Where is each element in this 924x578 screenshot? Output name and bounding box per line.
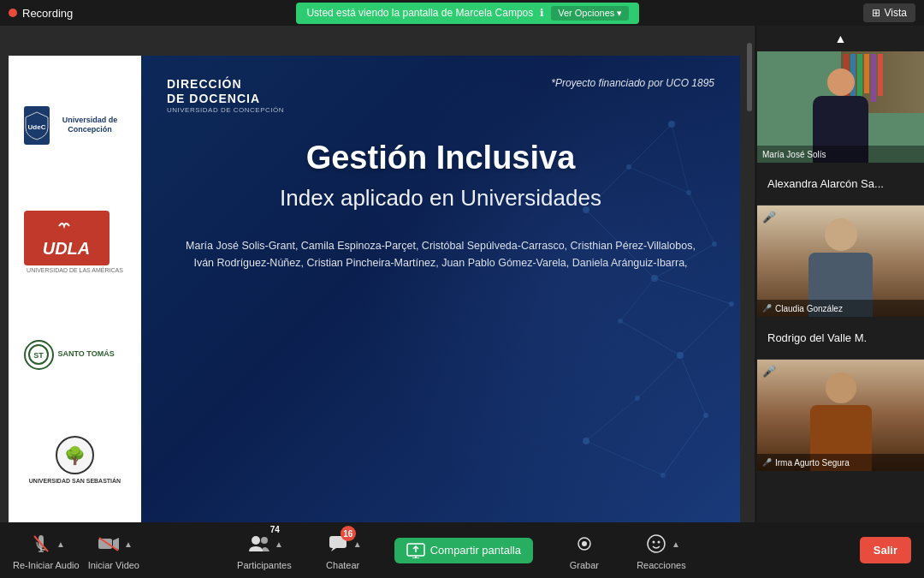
- top-bar: Recording Usted está viendo la pantalla …: [0, 0, 924, 26]
- record-icon: [571, 530, 598, 557]
- chat-chevron[interactable]: ▲: [353, 539, 362, 549]
- vista-button[interactable]: ⊞ Vista: [863, 3, 915, 22]
- svg-line-18: [672, 124, 689, 193]
- chat-label: Chatear: [326, 560, 359, 570]
- svg-line-31: [663, 415, 706, 475]
- reactions-label: Reacciones: [637, 560, 685, 570]
- svg-point-48: [582, 541, 587, 546]
- chat-control[interactable]: 16 ▲ Chatear: [317, 530, 369, 570]
- logos-panel: UdeC Universidad de Concepción UDLA UNIV…: [9, 56, 141, 535]
- chat-icon: 16: [324, 530, 352, 557]
- participants-chevron[interactable]: ▲: [275, 539, 283, 549]
- irma-mute-badge: 🎤: [762, 458, 772, 467]
- video-control[interactable]: ▲ Iniciar Video: [88, 530, 139, 570]
- svg-line-20: [629, 167, 689, 193]
- svg-line-28: [637, 355, 680, 398]
- svg-marker-42: [331, 548, 336, 551]
- chat-badge: 16: [341, 526, 356, 541]
- participants-icon: 74: [246, 530, 273, 557]
- svg-line-19: [586, 167, 629, 210]
- udla-logo: UDLA UNIVERSIDAD DE LAS AMÉRICAS: [24, 211, 127, 273]
- participants-label: Participantes: [237, 560, 292, 570]
- svg-line-22: [689, 193, 714, 244]
- info-icon: ℹ: [540, 7, 544, 19]
- svg-line-21: [586, 210, 654, 278]
- direction-line2: DE DOCENCIA: [167, 92, 284, 106]
- irma-mute-icon: 🎤: [762, 365, 776, 378]
- svg-line-30: [586, 398, 637, 441]
- claudia-mute-badge: 🎤: [762, 304, 772, 313]
- svg-line-25: [654, 278, 732, 304]
- audio-control[interactable]: ▲ Re-Iniciar Audio: [13, 530, 80, 570]
- options-button[interactable]: Ver Opciones ▾: [551, 6, 629, 21]
- video-icon: [95, 530, 122, 557]
- participant-alexandra: Alexandra Alarcón Sa...: [757, 163, 924, 206]
- irma-name-badge: Irma Agurto Segura: [775, 458, 850, 468]
- udla-name: UDLA: [24, 211, 110, 265]
- claudia-name-badge: Claudia González: [775, 304, 843, 313]
- participant-claudia-video: 🎤 🎤 Claudia González: [757, 206, 924, 317]
- san-sebastian-logo: 🌳 UNIVERSIDAD SAN SEBASTIÁN: [24, 436, 127, 485]
- svg-text:ST: ST: [33, 351, 44, 360]
- slide-content: DIRECCIÓN DE DOCENCIA UNIVERSIDAD DE CON…: [141, 56, 740, 535]
- svg-line-24: [620, 278, 654, 321]
- record-label: Grabar: [570, 560, 599, 570]
- scrollbar[interactable]: [744, 26, 755, 548]
- network-decoration: [415, 56, 740, 535]
- bottom-toolbar: ▲ Re-Iniciar Audio ▲ Iniciar Video: [0, 522, 924, 578]
- santo-tomas-text: SANTO TOMÁS: [58, 349, 115, 360]
- participant-maria: María José Solís: [757, 51, 924, 163]
- direction-logo: DIRECCIÓN DE DOCENCIA UNIVERSIDAD DE CON…: [167, 77, 284, 114]
- svg-line-23: [654, 244, 714, 278]
- rodrigo-name-row: Rodrigo del Valle M.: [757, 317, 924, 360]
- video-chevron-icon[interactable]: ▲: [124, 539, 133, 549]
- svg-point-51: [657, 541, 660, 544]
- recording-indicator: Recording: [9, 7, 73, 20]
- share-screen-button[interactable]: Compartir pantalla: [394, 538, 533, 563]
- leave-button[interactable]: Salir: [860, 537, 911, 563]
- screen-share-text: Usted está viendo la pantalla de Marcela…: [306, 7, 533, 19]
- reactions-chevron[interactable]: ▲: [672, 539, 680, 549]
- reactions-icon: [643, 530, 670, 557]
- reactions-control[interactable]: ▲ Reacciones: [636, 530, 687, 570]
- video-label: Iniciar Video: [88, 560, 139, 570]
- direction-line3: UNIVERSIDAD DE CONCEPCIÓN: [167, 106, 284, 114]
- audio-icon: [27, 530, 55, 557]
- svg-line-32: [586, 441, 663, 475]
- tree-icon: 🌳: [64, 445, 86, 466]
- participants-count: 74: [270, 525, 280, 534]
- svg-line-17: [629, 124, 672, 167]
- recording-label: Recording: [22, 7, 73, 20]
- san-sebastian-circle: 🌳: [56, 436, 94, 474]
- right-panel: ▲ María José Solís: [757, 26, 924, 548]
- participant-irma-video: 🎤 🎤 Irma Agurto Segura: [757, 360, 924, 471]
- grid-icon: ⊞: [872, 7, 880, 19]
- audio-label: Re-Iniciar Audio: [13, 560, 80, 570]
- screen-share-banner: Usted está viendo la pantalla de Marcela…: [296, 3, 639, 24]
- direction-line1: DIRECCIÓN: [167, 77, 284, 92]
- alexandra-name: Alexandra Alarcón Sa...: [767, 177, 884, 190]
- record-control[interactable]: Grabar: [559, 530, 610, 570]
- svg-point-40: [261, 537, 268, 544]
- slide-area: UdeC Universidad de Concepción UDLA UNIV…: [9, 56, 740, 535]
- participant-rodrigo: Rodrigo del Valle M.: [757, 317, 924, 360]
- svg-rect-36: [98, 539, 112, 549]
- scrollbar-thumb[interactable]: [747, 43, 752, 111]
- svg-line-27: [620, 321, 680, 355]
- participants-control[interactable]: 74 ▲ Participantes: [237, 530, 292, 570]
- scroll-up-button[interactable]: ▲: [757, 26, 924, 51]
- participant-claudia: 🎤 🎤 Claudia González: [757, 206, 924, 317]
- udec-text: Universidad de Concepción: [54, 116, 127, 135]
- audio-chevron-icon[interactable]: ▲: [56, 539, 65, 549]
- svg-line-29: [680, 355, 706, 415]
- svg-point-50: [652, 541, 654, 544]
- santo-tomas-circle: ST: [24, 340, 54, 370]
- recording-dot: [9, 9, 17, 17]
- svg-point-49: [648, 535, 665, 552]
- alexandra-name-row: Alexandra Alarcón Sa...: [757, 163, 924, 206]
- main-content: UdeC Universidad de Concepción UDLA UNIV…: [0, 26, 749, 548]
- svg-line-26: [680, 304, 732, 355]
- santo-tomas-logo: ST SANTO TOMÁS: [24, 340, 127, 370]
- toolbar-left-group: ▲ Re-Iniciar Audio ▲ Iniciar Video: [13, 530, 139, 570]
- svg-text:UdeC: UdeC: [27, 123, 45, 131]
